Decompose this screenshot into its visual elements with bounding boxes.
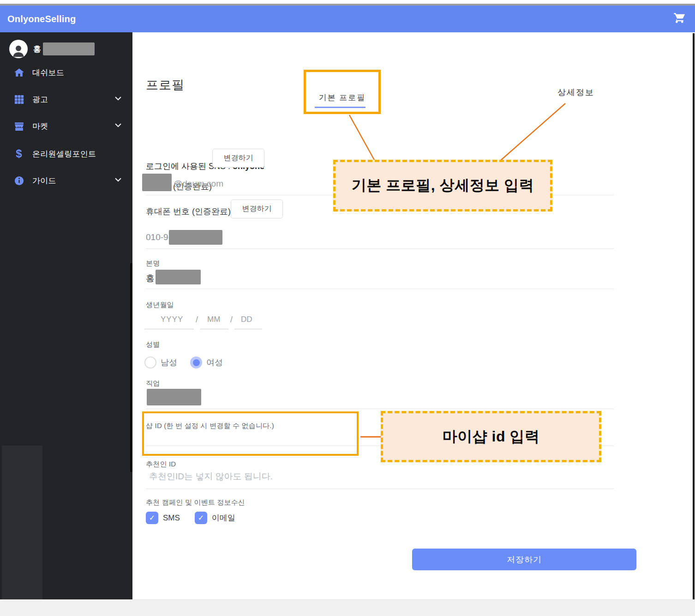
page-title: 프로필 xyxy=(146,77,185,93)
birth-dd-underline xyxy=(234,329,262,329)
radio-female[interactable] xyxy=(190,356,202,368)
sidebar-user-row[interactable]: 홍 xyxy=(0,35,132,63)
birth-separator: / xyxy=(230,315,233,325)
sidebar-item-ads[interactable]: 광고 xyxy=(0,86,132,113)
birth-mm-input[interactable]: MM xyxy=(207,315,220,324)
referrer-underline xyxy=(146,489,614,489)
checkbox-sms[interactable]: ✓ xyxy=(146,512,158,524)
sidebar-item-label: 온리원셀링포인트 xyxy=(32,149,96,159)
checkbox-email-label: 이메일 xyxy=(212,513,235,523)
page: OnlyoneSelling 홍 대쉬보드 광고 xyxy=(0,0,695,616)
chevron-down-icon xyxy=(114,94,122,104)
sidebar-item-label: 마켓 xyxy=(32,121,48,132)
chevron-down-icon xyxy=(114,121,122,131)
birth-yyyy-underline xyxy=(144,329,194,329)
tab-annotation-frame: 기본 프로필 xyxy=(304,70,381,114)
referrer-input[interactable]: 추천인ID는 넣지 않아도 됩니다. xyxy=(149,471,273,483)
sidebar-item-label: 가이드 xyxy=(32,175,56,186)
realname-redaction xyxy=(156,270,201,284)
email-label: 이메일 (인증완료) xyxy=(146,151,212,163)
sidebar-item-dashboard[interactable]: 대쉬보드 xyxy=(0,59,132,86)
store-icon xyxy=(13,120,25,132)
info-icon xyxy=(13,175,25,187)
check-icon: ✓ xyxy=(149,513,155,522)
sidebar-redaction xyxy=(2,446,42,616)
save-button[interactable]: 저장하기 xyxy=(412,549,636,570)
callout-profile-text: 기본 프로필, 상세정보 입력 xyxy=(352,175,534,196)
radio-male[interactable] xyxy=(144,356,156,368)
sidebar-item-points[interactable]: $ 온리원셀링포인트 xyxy=(0,140,132,167)
user-name: 홍 xyxy=(33,44,41,54)
grid-icon xyxy=(13,93,25,105)
tab-active-underline xyxy=(315,107,365,108)
callout-profile-box: 기본 프로필, 상세정보 입력 xyxy=(333,160,552,211)
realname-label: 본명 xyxy=(146,259,160,268)
callout-myshop-text: 마이샵 id 입력 xyxy=(443,427,540,447)
realname-underline xyxy=(146,289,614,289)
email-value: @daum.com xyxy=(174,179,223,189)
birth-mm-underline xyxy=(200,329,228,329)
shopid-annotation-frame xyxy=(142,411,359,456)
user-name-redaction xyxy=(43,42,95,55)
subscribe-options: ✓ SMS ✓ 이메일 xyxy=(146,512,235,524)
birth-label: 생년월일 xyxy=(146,301,174,309)
sidebar: 홍 대쉬보드 광고 마켓 xyxy=(0,32,132,599)
window-scrollbar[interactable] xyxy=(693,33,695,614)
check-icon: ✓ xyxy=(198,513,204,522)
sidebar-item-label: 대쉬보드 xyxy=(32,67,64,78)
gender-options: 남성 여성 xyxy=(144,356,223,368)
job-underline xyxy=(146,409,614,409)
main-content: 프로필 기본 프로필 상세정보 로그인에 사용된 SNS : onlyone 이… xyxy=(132,32,693,599)
subscribe-label: 추천 캠페인 및 이벤트 정보수신 xyxy=(146,498,245,507)
brand-logo: OnlyoneSelling xyxy=(7,14,76,24)
birth-yyyy-input[interactable]: YYYY xyxy=(161,315,183,324)
gender-label: 성별 xyxy=(146,340,160,349)
footer-bar xyxy=(0,599,695,616)
email-redaction xyxy=(142,174,172,191)
sidebar-item-market[interactable]: 마켓 xyxy=(0,113,132,139)
chevron-down-icon xyxy=(114,175,122,186)
cart-icon[interactable] xyxy=(673,12,687,26)
detail-pointer-label: 상세정보 xyxy=(557,87,594,98)
job-redaction xyxy=(147,389,201,405)
referrer-label: 추천인 ID xyxy=(146,460,176,469)
shopid-label: 샵 ID (한 번 설정 시 변경할 수 없습니다.) xyxy=(146,422,274,430)
top-margin xyxy=(0,0,695,4)
checkbox-sms-label: SMS xyxy=(163,513,180,523)
home-icon xyxy=(13,66,25,79)
callout-myshop-box: 마이샵 id 입력 xyxy=(381,411,601,462)
birth-separator: / xyxy=(196,315,198,325)
sidebar-item-guide[interactable]: 가이드 xyxy=(0,167,132,194)
dollar-icon: $ xyxy=(13,148,25,160)
phone-redaction xyxy=(169,230,222,245)
app-bar: OnlyoneSelling xyxy=(0,6,695,32)
radio-female-label: 여성 xyxy=(206,357,223,368)
email-change-button[interactable]: 변경하기 xyxy=(212,149,264,168)
birth-dd-input[interactable]: DD xyxy=(241,315,252,324)
job-label: 직업 xyxy=(146,379,160,388)
phone-underline xyxy=(146,248,614,249)
radio-male-label: 남성 xyxy=(161,357,177,368)
phone-change-button[interactable]: 변경하기 xyxy=(231,199,283,218)
phone-label: 휴대폰 번호 (인증완료) xyxy=(146,206,231,217)
tab-basic-profile[interactable]: 기본 프로필 xyxy=(319,92,366,103)
checkbox-email[interactable]: ✓ xyxy=(195,512,207,524)
phone-value: 010-9 xyxy=(146,232,168,242)
avatar xyxy=(9,40,28,58)
sidebar-item-label: 광고 xyxy=(32,94,48,105)
realname-value: 홍 xyxy=(146,272,155,284)
